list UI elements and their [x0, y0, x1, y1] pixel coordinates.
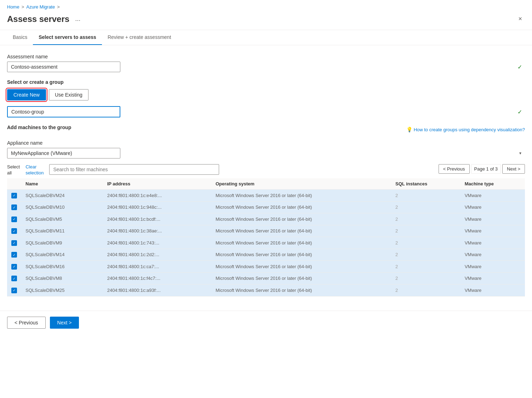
row-checkbox-cell[interactable]	[7, 190, 21, 202]
help-link-text: How to create groups using dependency vi…	[414, 127, 525, 132]
footer: < Previous Next >	[0, 311, 532, 334]
bulb-icon: 💡	[406, 127, 412, 132]
tabs-container: Basics Select servers to assess Review +…	[0, 30, 532, 45]
page-info: Page 1 of 3	[471, 164, 501, 174]
row-checkbox[interactable]	[11, 193, 17, 198]
page-title: Assess servers	[7, 14, 69, 24]
row-checkbox[interactable]	[11, 252, 17, 258]
row-os: Microsoft Windows Server 2016 or later (…	[211, 249, 391, 261]
row-sql: 2	[391, 261, 461, 273]
col-header-sql: SQL instances	[391, 178, 461, 190]
col-header-ip: IP address	[103, 178, 211, 190]
use-existing-button[interactable]: Use Existing	[49, 89, 88, 100]
select-all-label: Select	[7, 164, 20, 169]
table-row: SQLScaleDBVM16 2404:f801:4800:1c:ca7:...…	[7, 261, 525, 273]
appliance-label: Appliance name	[7, 140, 525, 146]
row-sql: 2	[391, 201, 461, 213]
page-title-row: Assess servers ...	[7, 14, 82, 24]
page-header: Assess servers ... ×	[0, 12, 532, 30]
row-checkbox-cell[interactable]	[7, 249, 21, 261]
group-name-input[interactable]	[7, 106, 120, 117]
row-ip: 2404:f801:4800:1c:948c:...	[103, 201, 211, 213]
row-checkbox[interactable]	[11, 276, 17, 281]
row-checkbox[interactable]	[11, 204, 17, 210]
col-header-os: Operating system	[211, 178, 391, 190]
row-ip: 2404:f801:4800:1c:743:...	[103, 237, 211, 249]
breadcrumb-azure-migrate[interactable]: Azure Migrate	[26, 4, 55, 10]
search-input[interactable]	[49, 164, 219, 175]
breadcrumb-sep1: >	[22, 4, 24, 10]
row-sql: 2	[391, 272, 461, 284]
row-sql: 2	[391, 249, 461, 261]
previous-page-button[interactable]: < Previous	[439, 164, 470, 174]
row-checkbox[interactable]	[11, 240, 17, 246]
row-checkbox-cell[interactable]	[7, 225, 21, 237]
row-ip: 2404:f801:4800:1c:bcdf:...	[103, 213, 211, 225]
footer-next-button[interactable]: Next >	[50, 317, 79, 329]
group-name-input-container: ✓	[7, 106, 525, 117]
row-sql: 2	[391, 225, 461, 237]
row-sql: 2	[391, 190, 461, 202]
row-name: SQLScaleDBVM25	[21, 284, 103, 296]
table-row: SQLScaleDBVM14 2404:f801:4800:1c:2d2:...…	[7, 249, 525, 261]
row-checkbox[interactable]	[11, 264, 17, 270]
assessment-name-input[interactable]	[7, 62, 120, 72]
table-row: SQLScaleDBVM10 2404:f801:4800:1c:948c:..…	[7, 201, 525, 213]
dropdown-arrow-icon: ▾	[519, 151, 521, 156]
footer-previous-button[interactable]: < Previous	[7, 317, 46, 329]
row-checkbox-cell[interactable]	[7, 201, 21, 213]
assessment-name-section: Assessment name ✓	[7, 54, 525, 72]
col-header-name: Name	[21, 178, 103, 190]
row-checkbox-cell[interactable]	[7, 272, 21, 284]
tab-select-servers[interactable]: Select servers to assess	[33, 30, 102, 45]
pagination: < Previous Page 1 of 3 Next >	[439, 164, 525, 174]
close-button[interactable]: ×	[515, 14, 525, 24]
next-page-button[interactable]: Next >	[502, 164, 525, 174]
row-name: SQLScaleDBVM5	[21, 213, 103, 225]
row-type: VMware	[461, 249, 525, 261]
breadcrumb: Home > Azure Migrate >	[0, 0, 532, 12]
group-button-group: Create New Use Existing	[7, 89, 525, 100]
row-checkbox-cell[interactable]	[7, 213, 21, 225]
appliance-dropdown[interactable]: MyNewAppliance (VMware)	[7, 148, 120, 158]
row-type: VMware	[461, 261, 525, 273]
main-content: Assessment name ✓ Select or create a gro…	[0, 54, 532, 311]
row-ip: 2404:f801:4800:1c:2d2:...	[103, 249, 211, 261]
row-checkbox-cell[interactable]	[7, 261, 21, 273]
add-machines-section: Add machines to the group 💡 How to creat…	[7, 125, 525, 296]
row-checkbox[interactable]	[11, 288, 17, 293]
clear-label[interactable]: Clear	[25, 164, 44, 169]
tab-review[interactable]: Review + create assessment	[102, 30, 177, 45]
row-type: VMware	[461, 190, 525, 202]
row-type: VMware	[461, 284, 525, 296]
row-sql: 2	[391, 213, 461, 225]
row-checkbox-cell[interactable]	[7, 284, 21, 296]
create-new-button[interactable]: Create New	[7, 89, 46, 100]
tab-basics[interactable]: Basics	[7, 30, 33, 45]
appliance-dropdown-container: MyNewAppliance (VMware) ▾	[7, 148, 525, 158]
row-name: SQLScaleDBVM9	[21, 237, 103, 249]
row-ip: 2404:f801:4800:1c:38ae:...	[103, 225, 211, 237]
assessment-name-check-icon: ✓	[517, 64, 522, 70]
help-link[interactable]: 💡 How to create groups using dependency …	[406, 127, 525, 132]
row-ip: 2404:f801:4800:1c:e4e8:...	[103, 190, 211, 202]
row-checkbox[interactable]	[11, 217, 17, 222]
row-checkbox-cell[interactable]	[7, 237, 21, 249]
row-type: VMware	[461, 213, 525, 225]
row-checkbox[interactable]	[11, 228, 17, 234]
clear-sublabel: selection	[25, 170, 44, 175]
clear-area: Clear selection	[25, 164, 44, 175]
row-type: VMware	[461, 237, 525, 249]
row-os: Microsoft Windows Server 2016 or later (…	[211, 284, 391, 296]
table-row: SQLScaleDBVM11 2404:f801:4800:1c:38ae:..…	[7, 225, 525, 237]
breadcrumb-home[interactable]: Home	[7, 4, 19, 10]
row-ip: 2404:f801:4800:1c:ca7:...	[103, 261, 211, 273]
row-type: VMware	[461, 272, 525, 284]
assessment-name-label: Assessment name	[7, 54, 525, 59]
ellipsis-button[interactable]: ...	[73, 15, 82, 23]
add-machines-label: Add machines to the group	[7, 125, 71, 130]
select-all-area: Select all	[7, 164, 20, 175]
select-all-sublabel[interactable]: all	[7, 170, 20, 175]
row-name: SQLScaleDBVM11	[21, 225, 103, 237]
assessment-name-input-container: ✓	[7, 62, 525, 72]
